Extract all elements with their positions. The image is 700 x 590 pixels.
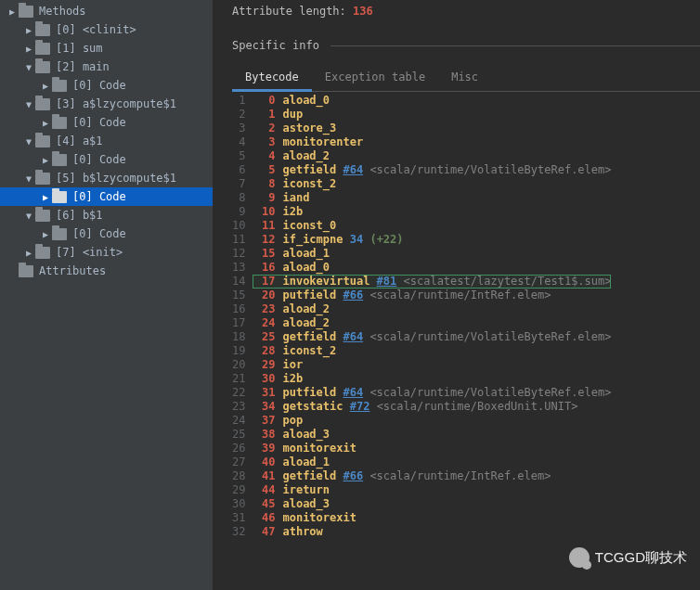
bytecode-line[interactable]: 47athrow [253, 525, 611, 539]
tree-item[interactable]: ▼[6] b$1 [0, 206, 213, 224]
folder-icon [52, 80, 67, 92]
cp-ref[interactable]: #64 [343, 330, 363, 343]
opcode: astore_3 [282, 122, 336, 135]
tree-item[interactable]: Attributes [0, 262, 213, 280]
chevron-right-icon[interactable]: ▶ [39, 81, 52, 91]
bytecode-line[interactable]: 12if_icmpne 34 (+22) [253, 233, 611, 247]
tree-item-label: [5] b$lzycompute$1 [56, 172, 176, 185]
tree-item[interactable]: ▶[0] Code [0, 76, 213, 95]
tab-misc[interactable]: Misc [438, 65, 491, 91]
folder-icon [35, 173, 50, 185]
tree-item[interactable]: ▼[5] b$lzycompute$1 [0, 169, 213, 187]
cp-ref[interactable]: #66 [343, 469, 363, 482]
tree-item[interactable]: ▼[3] a$lzycompute$1 [0, 95, 213, 113]
tab-bytecode[interactable]: Bytecode [232, 65, 312, 92]
bytecode-line[interactable]: 3monitorenter [253, 135, 611, 149]
chevron-right-icon[interactable]: ▶ [22, 25, 35, 35]
chevron-down-icon[interactable]: ▼ [22, 136, 35, 147]
opcode: ior [282, 358, 303, 371]
tabs: BytecodeException tableMisc [232, 65, 700, 92]
opcode: aload_2 [282, 316, 330, 329]
bytecode-line[interactable]: 29ior [253, 358, 611, 372]
tree-item[interactable]: ▶[0] Code [0, 187, 213, 206]
gutter-line-number: 4 [232, 135, 245, 149]
cp-ref[interactable]: #66 [343, 289, 363, 301]
bytecode-line[interactable]: 38aload_3 [253, 428, 611, 442]
tree-item[interactable]: ▶[1] sum [0, 39, 213, 58]
bytecode-line[interactable]: 16aload_0 [253, 261, 611, 275]
chevron-down-icon[interactable]: ▼ [22, 62, 35, 72]
chevron-right-icon[interactable]: ▶ [39, 155, 52, 165]
bytecode-line[interactable]: 37pop [253, 414, 611, 428]
pc-value: 46 [253, 511, 275, 525]
chevron-right-icon[interactable]: ▶ [39, 229, 52, 239]
bytecode-line[interactable]: 5getfield #64 <scala/runtime/VolatileByt… [253, 163, 611, 177]
chevron-down-icon[interactable]: ▼ [22, 99, 35, 109]
tree-item[interactable]: ▶[0] Code [0, 150, 213, 169]
opcode: monitorexit [282, 511, 356, 524]
tree-item[interactable]: ▼[2] main [0, 58, 213, 76]
chevron-right-icon[interactable]: ▶ [22, 44, 35, 54]
bytecode-line[interactable]: 44ireturn [253, 483, 611, 497]
chevron-right-icon[interactable]: ▶ [39, 192, 52, 202]
bytecode-line[interactable]: 30i2b [253, 372, 611, 386]
bytecode-line[interactable]: 17invokevirtual #81 <scalatest/lazytest/… [253, 275, 611, 289]
tree-item[interactable]: ▼[4] a$1 [0, 132, 213, 150]
bytecode-line[interactable]: 28iconst_2 [253, 344, 611, 358]
gutter-line-number: 7 [232, 177, 245, 191]
tree-item[interactable]: ▶[0] Code [0, 113, 213, 132]
cp-ref[interactable]: #64 [343, 163, 363, 176]
bytecode-line[interactable]: 2astore_3 [253, 122, 611, 135]
bytecode-line[interactable]: 11iconst_0 [253, 219, 611, 233]
cp-ref[interactable]: #64 [343, 386, 363, 399]
cp-ref[interactable]: #81 [377, 275, 397, 288]
main-panel: Attribute length: 136 Specific info Byte… [214, 0, 700, 590]
bytecode-line[interactable]: 20putfield #66 <scala/runtime/IntRef.ele… [253, 289, 611, 302]
chevron-down-icon[interactable]: ▼ [22, 173, 35, 184]
tree-item-label: [1] sum [56, 42, 103, 55]
gutter-line-number: 22 [232, 386, 245, 400]
comment: <scala/runtime/BoxedUnit.UNIT> [369, 400, 577, 413]
bytecode-line[interactable]: 46monitorexit [253, 511, 611, 525]
bytecode-line[interactable]: 40aload_1 [253, 455, 611, 469]
pc-value: 3 [253, 135, 275, 149]
bytecode-line[interactable]: 31putfield #64 <scala/runtime/VolatileBy… [253, 386, 611, 400]
bytecode-line[interactable]: 23aload_2 [253, 302, 611, 316]
cp-ref[interactable]: #72 [350, 400, 370, 413]
bytecode-line[interactable]: 45aload_3 [253, 497, 611, 511]
tree-item-label: [0] Code [72, 153, 126, 166]
opcode: getfield [282, 469, 336, 482]
gutter-line-number: 6 [232, 163, 245, 177]
bytecode-line[interactable]: 24aload_2 [253, 316, 611, 330]
chevron-down-icon[interactable]: ▼ [22, 211, 35, 221]
chevron-right-icon[interactable]: ▶ [22, 248, 35, 258]
bytecode-line[interactable]: 41getfield #66 <scala/runtime/IntRef.ele… [253, 469, 611, 483]
tree-item[interactable]: ▶[0] <clinit> [0, 20, 213, 39]
opcode: if_icmpne [282, 233, 343, 246]
folder-icon [19, 265, 33, 277]
bytecode-line[interactable]: 9iand [253, 191, 611, 205]
bytecode-line[interactable]: 8iconst_2 [253, 177, 611, 191]
bytecode-lines: 0aload_01dup2astore_33monitorenter4aload… [253, 94, 611, 539]
gutter-line-number: 30 [232, 497, 245, 511]
bytecode-line[interactable]: 10i2b [253, 205, 611, 219]
tree-item[interactable]: ▶Methods [0, 2, 213, 20]
tab-exception-table[interactable]: Exception table [312, 65, 438, 91]
attribute-length-row: Attribute length: 136 [232, 0, 700, 22]
bytecode-line[interactable]: 25getfield #64 <scala/runtime/VolatileBy… [253, 330, 611, 344]
chevron-right-icon[interactable]: ▶ [39, 118, 52, 128]
bytecode-line[interactable]: 34getstatic #72 <scala/runtime/BoxedUnit… [253, 400, 611, 414]
bytecode-line[interactable]: 1dup [253, 108, 611, 122]
tree-item[interactable]: ▶[7] <init> [0, 243, 213, 262]
jump-target[interactable]: 34 [350, 233, 363, 246]
folder-icon [35, 210, 50, 222]
tree-item[interactable]: ▶[0] Code [0, 224, 213, 243]
opcode: i2b [282, 205, 303, 218]
opcode: monitorexit [282, 442, 356, 455]
pc-value: 11 [253, 219, 275, 233]
bytecode-line[interactable]: 0aload_0 [253, 94, 611, 108]
bytecode-line[interactable]: 39monitorexit [253, 442, 611, 455]
bytecode-line[interactable]: 4aload_2 [253, 149, 611, 163]
chevron-right-icon[interactable]: ▶ [6, 6, 19, 17]
bytecode-line[interactable]: 15aload_1 [253, 247, 611, 261]
